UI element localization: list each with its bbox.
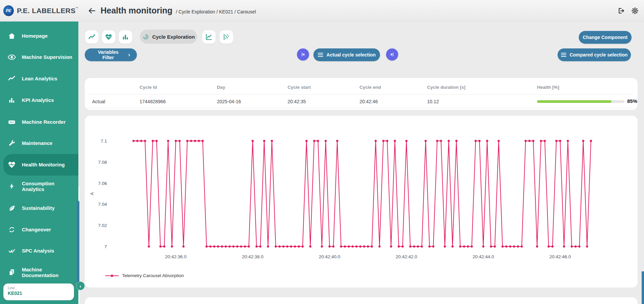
sidebar-item-kpi-analytics[interactable]: KPI Analytics [0, 89, 78, 111]
data-point [351, 245, 353, 248]
sidebar-item-consumption-analytics[interactable]: Consumption Analytics [0, 176, 78, 197]
actual-cycle-selection-button[interactable]: Actual cycle selection [313, 48, 380, 61]
line-selector-card[interactable]: Line KE021 [3, 283, 74, 300]
next-cycle-button[interactable] [386, 48, 398, 61]
table-divider [89, 108, 633, 108]
view-kpi-button[interactable] [119, 30, 132, 44]
col-header-health: Health [%] [537, 85, 559, 90]
data-point [336, 140, 338, 142]
data-point [494, 245, 496, 248]
view-health-button[interactable] [102, 30, 115, 44]
sidebar-item-homepage[interactable]: Homepage [0, 25, 78, 47]
variables-filter-label: Variables Filter [91, 49, 125, 60]
sidebar-item-label: Health Monitoring [22, 162, 65, 167]
sidebar-item-lean-analytics[interactable]: Lean Analytics [0, 68, 78, 89]
brand-logo: PE P.E. LABELLERS™ [0, 5, 78, 16]
data-point [275, 245, 277, 248]
trend-line-icon [88, 33, 96, 41]
view-trend-button[interactable] [85, 30, 99, 44]
sidebar-item-machine-recorder[interactable]: Machine Recorder [0, 111, 78, 133]
col-header-cycle-id: Cycle Id [140, 85, 157, 90]
cell-cycle-start: 20:42:35 [288, 99, 306, 104]
data-point [248, 245, 250, 248]
legend-line-marker-icon [105, 274, 119, 278]
back-button[interactable] [88, 7, 96, 15]
data-point [171, 245, 173, 248]
cell-day: 2025-04-16 [217, 99, 241, 104]
sidebar-collapse-button[interactable]: ‹ [76, 281, 85, 290]
sidebar-item-sustainability[interactable]: Sustainability [0, 197, 78, 219]
data-point [148, 245, 150, 248]
data-point [402, 245, 404, 248]
sidebar-item-machine-supervision[interactable]: Machine Supervision [0, 46, 78, 68]
data-point [152, 140, 154, 142]
logout-button[interactable] [616, 6, 625, 15]
data-point [394, 140, 396, 142]
data-point [559, 140, 561, 142]
data-point [136, 140, 138, 142]
data-point [521, 245, 523, 248]
header-actions [616, 6, 644, 15]
sidebar-item-label: SPC Analysis [22, 248, 54, 254]
col-header-cycle-end: Cycle end [359, 85, 381, 90]
data-point [367, 245, 369, 248]
data-point [425, 140, 427, 142]
data-point [179, 140, 181, 142]
previous-cycle-button[interactable] [297, 48, 309, 61]
data-point [325, 140, 327, 142]
variables-filter-button[interactable]: Variables Filter › [85, 48, 137, 61]
skip-next-icon [389, 52, 395, 57]
app-root: { "header": { "logo_text": "P.E. LABELLE… [0, 0, 644, 304]
data-point [332, 245, 334, 248]
y-axis-title: A [89, 192, 94, 195]
data-point [267, 245, 269, 248]
sidebar-item-machine-documentation[interactable]: Machine Documentation [0, 262, 78, 283]
sidebar-item-label: Machine Documentation [22, 267, 74, 278]
data-point [240, 245, 242, 248]
data-point [463, 245, 465, 248]
health-value: 85% [627, 98, 637, 104]
data-point [390, 245, 392, 248]
compared-cycle-selection-button[interactable]: Compared cycle selection [558, 48, 631, 61]
change-component-button[interactable]: Change Component [579, 31, 632, 44]
data-point [317, 140, 319, 142]
brand-logo-text: P.E. LABELLERS™ [17, 7, 78, 15]
data-point [232, 245, 234, 248]
data-point [221, 245, 223, 248]
y-axis-tick-label: 7.04 [98, 202, 107, 207]
sidebar-item-changeover[interactable]: Changeover [0, 219, 78, 240]
settings-button[interactable] [631, 6, 639, 15]
x-axis-tick-label: 20:42:38.0 [242, 254, 263, 259]
data-point [475, 140, 477, 142]
cell-cycle-id: 1744828966 [140, 99, 166, 104]
data-point [167, 140, 169, 142]
chevron-right-icon: › [128, 51, 130, 58]
line-selector-value: KE021 [8, 291, 74, 296]
data-point [574, 245, 576, 248]
sidebar-scrollbar-thumb[interactable] [77, 201, 79, 285]
data-point [421, 245, 423, 248]
data-point [186, 140, 188, 142]
axis-chart-icon [205, 33, 213, 41]
sidebar-item-maintenance[interactable]: Maintenance [0, 132, 78, 154]
data-point [582, 140, 584, 142]
page-scrollbar-thumb[interactable] [642, 271, 644, 304]
data-point [371, 245, 373, 248]
data-point [305, 140, 307, 142]
sidebar-item-health-monitoring[interactable]: Health Monitoring [3, 154, 78, 176]
data-point [498, 140, 500, 142]
menu-icon [561, 53, 566, 57]
back-arrow-icon [88, 7, 96, 15]
view-scatter-button[interactable] [220, 30, 233, 44]
cycle-arrows-icon [7, 225, 16, 234]
chart-legend[interactable]: Telemetry Carousel Absorption [105, 273, 184, 278]
sidebar-item-label: Maintenance [22, 140, 52, 146]
data-point [259, 245, 261, 248]
cycle-telemetry-chart[interactable]: 77.027.047.067.087.1A20:42:36.020:42:38.… [85, 116, 638, 288]
tab-cycle-exploration[interactable]: Cycle Exploration [140, 30, 197, 44]
view-axis-chart-button[interactable] [202, 30, 216, 44]
sidebar-item-spc-analysis[interactable]: SPC Analysis [0, 240, 78, 262]
y-axis-tick-label: 7.08 [98, 160, 107, 165]
data-point [282, 245, 285, 248]
data-point [340, 245, 342, 248]
